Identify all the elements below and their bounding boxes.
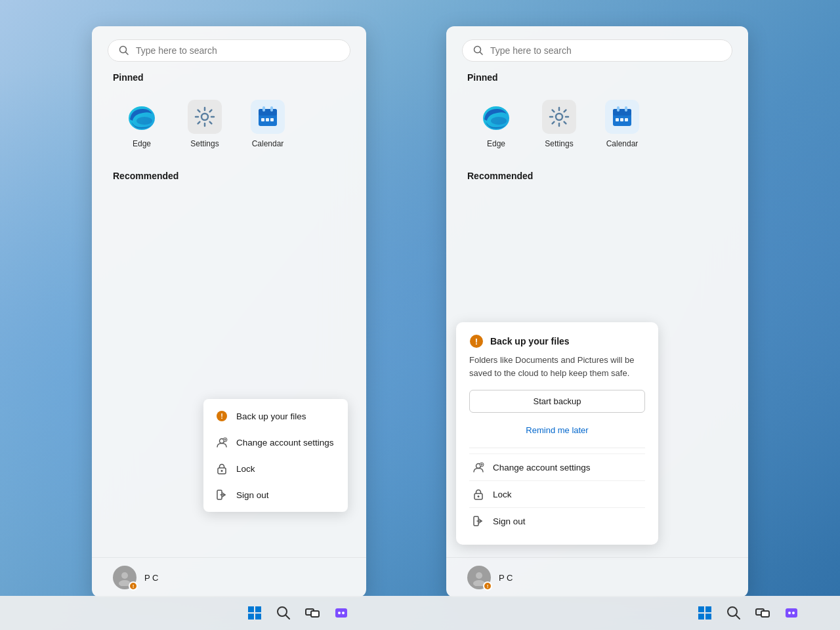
lock-icon: [215, 462, 228, 475]
taskbar-task-right[interactable]: [751, 601, 774, 625]
svg-rect-62: [761, 611, 769, 617]
calendar-label-right: Calendar: [606, 139, 639, 148]
svg-point-65: [792, 612, 795, 614]
app-calendar-right[interactable]: Calendar: [593, 93, 651, 155]
svg-rect-44: [248, 606, 254, 612]
taskbar-start-right[interactable]: [693, 601, 717, 625]
backup-desc: Folders like Documents and Pictures will…: [469, 354, 645, 379]
svg-point-19: [221, 470, 223, 472]
svg-rect-47: [255, 614, 261, 620]
user-area-right[interactable]: ! P C: [446, 557, 748, 597]
backup-notification: ! Back up your files Folders like Docume…: [456, 322, 658, 545]
svg-rect-31: [616, 118, 619, 121]
ctx-account[interactable]: Change account settings: [203, 429, 348, 455]
user-name-right: P C: [499, 573, 513, 583]
app-edge-left[interactable]: Edge: [113, 93, 171, 155]
search-input-right[interactable]: [490, 45, 721, 56]
svg-text:!: !: [475, 337, 478, 346]
backup-icon: !: [215, 410, 228, 423]
start-backup-button[interactable]: Start backup: [469, 390, 645, 413]
app-settings-right[interactable]: Settings: [530, 93, 588, 155]
user-name-left: P C: [144, 573, 158, 583]
user-area-left[interactable]: ! P C: [92, 557, 366, 597]
svg-rect-9: [261, 118, 264, 121]
edge-label-right: Edge: [487, 139, 505, 148]
settings-label-left: Settings: [190, 139, 219, 148]
svg-rect-52: [335, 608, 347, 618]
search-bar-left[interactable]: [108, 39, 350, 62]
taskbar-chat-right[interactable]: [780, 601, 803, 625]
svg-rect-11: [270, 118, 274, 121]
backup-signout-icon: [472, 514, 485, 528]
svg-line-1: [126, 52, 129, 55]
backup-ctx-signout[interactable]: Sign out: [469, 507, 645, 534]
svg-rect-45: [255, 606, 261, 612]
app-edge-right[interactable]: Edge: [467, 93, 525, 155]
calendar-icon-right: [605, 100, 639, 134]
backup-divider: [469, 448, 645, 448]
svg-rect-6: [259, 109, 277, 116]
search-bar-right[interactable]: [462, 39, 732, 62]
pinned-grid-left: Edge Settings: [92, 93, 366, 155]
ctx-backup[interactable]: ! Back up your files: [203, 403, 348, 429]
calendar-icon-left: [251, 100, 285, 134]
svg-rect-55: [698, 606, 704, 612]
svg-line-23: [480, 52, 483, 55]
backup-warning-icon: !: [469, 334, 484, 348]
search-icon-right: [473, 45, 484, 56]
recommended-title-right: Recommended: [467, 171, 727, 181]
user-avatar-left: !: [113, 566, 136, 589]
svg-point-12: [121, 572, 128, 579]
settings-icon-right: [542, 100, 576, 134]
svg-rect-63: [786, 608, 797, 618]
svg-rect-32: [620, 118, 623, 121]
ctx-lock[interactable]: Lock: [203, 455, 348, 482]
settings-label-right: Settings: [545, 139, 573, 148]
svg-point-3: [136, 117, 152, 125]
edge-icon-left: [125, 100, 159, 134]
taskbar-search-left[interactable]: [272, 601, 295, 625]
svg-rect-57: [698, 614, 704, 620]
svg-rect-33: [625, 118, 628, 121]
svg-point-26: [556, 114, 562, 120]
pinned-grid-right: Edge Settings: [446, 93, 748, 155]
svg-point-34: [476, 572, 482, 579]
backup-header: ! Back up your files: [469, 334, 645, 348]
svg-line-60: [736, 615, 740, 619]
ctx-signout[interactable]: Sign out: [203, 482, 348, 508]
taskbar-start-left[interactable]: [243, 601, 266, 625]
svg-point-41: [478, 495, 480, 497]
backup-ctx-account[interactable]: Change account settings: [469, 453, 645, 480]
context-menu-left: ! Back up your files Change account sett…: [203, 399, 348, 512]
pinned-title-left: Pinned: [113, 72, 345, 83]
svg-text:!: !: [220, 412, 223, 420]
app-calendar-left[interactable]: Calendar: [239, 93, 297, 155]
svg-rect-8: [270, 106, 273, 112]
user-badge-right: !: [483, 581, 492, 591]
edge-label-left: Edge: [133, 139, 151, 148]
svg-point-64: [788, 612, 791, 614]
backup-title: Back up your files: [490, 336, 570, 346]
backup-account-icon: [472, 461, 485, 474]
taskbar-search-right[interactable]: [722, 601, 746, 625]
svg-rect-30: [625, 106, 627, 112]
backup-ctx-lock[interactable]: Lock: [469, 480, 645, 507]
app-settings-left[interactable]: Settings: [176, 93, 234, 155]
taskbar-task-left[interactable]: [301, 601, 324, 625]
user-badge-left: !: [129, 581, 138, 591]
svg-rect-28: [613, 109, 631, 116]
svg-rect-29: [617, 106, 620, 112]
svg-rect-51: [311, 611, 319, 617]
svg-point-53: [338, 612, 341, 614]
remind-later-button[interactable]: Remind me later: [469, 419, 645, 441]
start-panel-left: Pinned: [92, 26, 366, 597]
signout-icon: [215, 488, 228, 501]
account-icon: [215, 436, 228, 449]
recommended-title-left: Recommended: [113, 171, 345, 181]
svg-rect-46: [248, 614, 254, 620]
svg-rect-10: [266, 118, 269, 121]
taskbar-chat-left[interactable]: [329, 601, 353, 625]
svg-point-54: [342, 612, 345, 614]
search-input-left[interactable]: [136, 45, 339, 56]
svg-point-25: [491, 117, 507, 125]
